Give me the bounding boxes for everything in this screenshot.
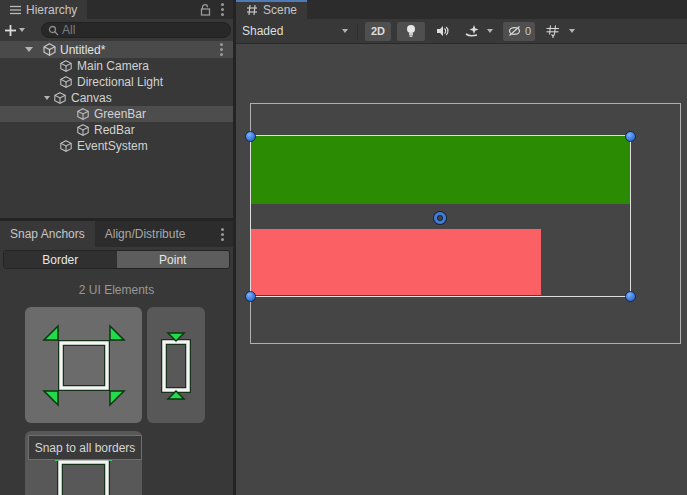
draw-mode-label: Shaded [242,24,283,38]
2d-toggle-button[interactable]: 2D [365,22,391,41]
snap-all-borders-button[interactable] [25,307,142,423]
hierarchy-item-label: Directional Light [77,75,163,89]
chevron-down-icon [487,29,493,33]
chevron-down-icon [19,28,25,32]
hierarchy-item-canvas[interactable]: Canvas [0,90,233,106]
pivot-handle[interactable] [434,212,446,224]
hierarchy-item-eventsystem[interactable]: EventSystem [0,138,233,154]
snap-panel-menu-icon[interactable] [221,228,224,241]
scene-audio-toggle[interactable] [429,22,457,41]
snap-mode-segmented-control: Border Point [3,250,230,269]
effects-dropdown[interactable] [483,22,497,41]
tabstrip-spacer [87,0,200,19]
search-icon [48,25,59,36]
hierarchy-item-directional-light[interactable]: Directional Light [0,74,233,90]
gameobject-cube-icon [54,92,66,104]
snap-all-borders-preview [25,307,142,423]
hierarchy-tabstrip: Hierarchy [0,0,233,19]
tab-snap-anchors-label: Snap Anchors [10,227,85,241]
foldout-triangle-icon[interactable] [25,47,33,52]
tab-scene-label: Scene [263,3,297,17]
scene-header-row[interactable]: Untitled* [0,41,233,58]
eye-off-icon [507,25,522,37]
hierarchy-item-main-camera[interactable]: Main Camera [0,58,233,74]
rect-handle-bottom-left[interactable] [245,291,256,302]
foldout-triangle-icon[interactable] [44,96,50,100]
snap-vertical-borders-button[interactable] [147,307,205,423]
hidden-objects-count: 0 [525,25,531,37]
gameobject-cube-icon [60,140,72,152]
rect-handle-top-right[interactable] [625,131,636,142]
hierarchy-search-field[interactable] [41,22,231,38]
toolbar-separator [357,24,358,39]
tab-snap-anchors[interactable]: Snap Anchors [0,221,95,247]
tab-hierarchy[interactable]: Hierarchy [0,0,87,19]
hierarchy-menu-icon[interactable] [221,3,224,16]
hidden-objects-toggle[interactable]: 0 [503,22,535,41]
tab-align-distribute-label: Align/Distribute [105,227,186,241]
gameobject-cube-icon [77,124,89,136]
tab-scene[interactable]: Scene [236,0,307,19]
gameobject-cube-icon [60,60,72,72]
hierarchy-item-redbar[interactable]: RedBar [0,122,233,138]
point-mode-label: Point [159,253,186,267]
tooltip: Snap to all borders [28,435,142,460]
scene-name-label: Untitled* [60,43,105,57]
speaker-icon [436,25,450,37]
rect-handle-bottom-right[interactable] [625,291,636,302]
scene-effects-toggle[interactable] [461,22,483,41]
unity-scene-icon [43,43,56,56]
scene-viewport[interactable] [236,44,687,495]
chevron-down-icon [342,29,348,33]
hierarchy-item-label: GreenBar [94,107,146,121]
snap-vertical-borders-preview [147,307,205,423]
hierarchy-toolbar [0,19,233,41]
snap-panel-tabstrip: Snap Anchors Align/Distribute [0,221,233,247]
gameobject-cube-icon [60,76,72,88]
scene-tabstrip: Scene [236,0,687,19]
hierarchy-item-greenbar[interactable]: GreenBar [0,106,233,122]
tooltip-text: Snap to all borders [35,441,136,455]
left-panel: Hierarchy [0,0,233,495]
hierarchy-item-label: EventSystem [77,139,148,153]
chevron-down-icon [569,29,575,33]
hierarchy-list-icon [10,5,21,15]
2d-toggle-label: 2D [371,25,385,37]
border-mode-label: Border [42,253,78,267]
effects-sparkle-icon [465,25,479,38]
scene-grid-icon [246,4,258,16]
border-mode-button[interactable]: Border [4,251,117,268]
gameobject-cube-icon [77,108,89,120]
grid-axis-icon [546,25,560,38]
search-input[interactable] [62,23,192,37]
create-object-button[interactable] [0,24,29,37]
grid-dropdown[interactable] [565,22,579,41]
scene-lighting-toggle[interactable] [397,22,425,41]
plus-icon [4,24,17,37]
scene-panel: Scene Shaded 2D [236,0,687,495]
lightbulb-icon [405,24,417,38]
draw-mode-dropdown[interactable]: Shaded [236,22,354,41]
tab-hierarchy-label: Hierarchy [26,3,77,17]
grid-visibility-toggle[interactable] [541,22,565,41]
unity-editor-window: Hierarchy [0,0,687,495]
unlock-icon[interactable] [200,4,211,16]
tab-align-distribute[interactable]: Align/Distribute [95,221,196,247]
point-mode-button[interactable]: Point [117,251,230,268]
hierarchy-item-label: RedBar [94,123,135,137]
scene-menu-icon[interactable] [220,43,223,56]
hierarchy-item-label: Canvas [71,91,112,105]
tabstrip-spacer [195,221,221,247]
hierarchy-item-label: Main Camera [77,59,149,73]
rect-handle-top-left[interactable] [245,131,256,142]
scene-toolbar: Shaded 2D [236,19,687,44]
ui-elements-count-label: 2 UI Elements [0,283,233,297]
